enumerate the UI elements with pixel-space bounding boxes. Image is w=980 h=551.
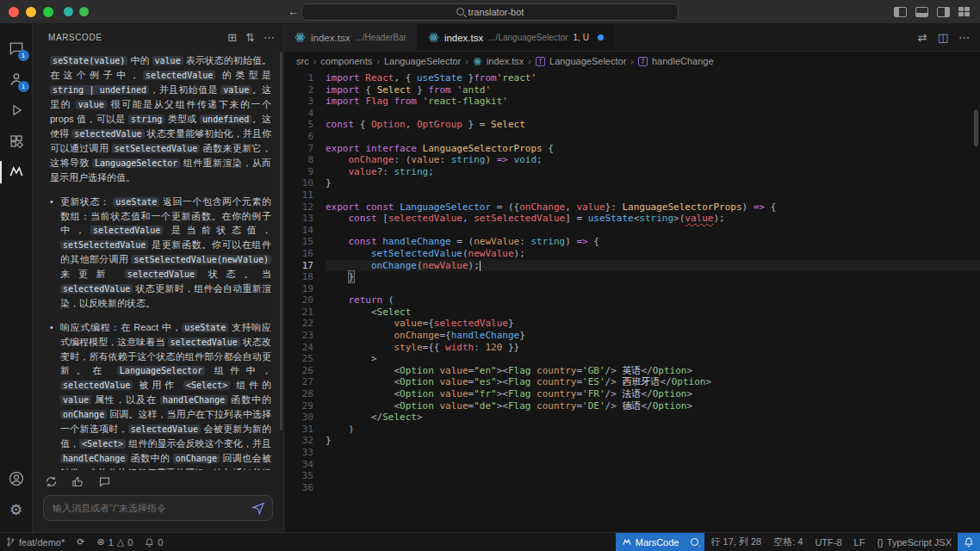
line-number[interactable]: 25: [284, 353, 313, 365]
status-search-item[interactable]: [685, 533, 704, 551]
line-number[interactable]: 3: [284, 96, 313, 108]
line-number[interactable]: 6: [284, 131, 313, 143]
breadcrumb-item-src[interactable]: src: [296, 56, 309, 66]
line-number[interactable]: 33: [284, 447, 313, 459]
maximize-window-button[interactable]: [43, 7, 53, 17]
sidebar-item-assistant[interactable]: 1: [0, 64, 33, 95]
like-icon[interactable]: [71, 475, 84, 488]
send-icon[interactable]: [251, 501, 265, 515]
line-number[interactable]: 11: [284, 189, 313, 201]
line-number[interactable]: 30: [284, 412, 313, 424]
line-number[interactable]: 23: [284, 330, 313, 342]
filter-icon[interactable]: ⇅: [245, 31, 255, 44]
tab-index-languageselector[interactable]: index.tsx .../LanguageSelector 1, U: [418, 24, 615, 51]
code-line[interactable]: }: [326, 177, 980, 189]
code-line[interactable]: export interface LanguageSelectorProps {: [326, 143, 980, 155]
breadcrumb-item-file[interactable]: index.tsx: [487, 56, 524, 66]
line-number[interactable]: 32: [284, 435, 313, 447]
line-number[interactable]: 1: [284, 72, 313, 84]
plugin-status-icon[interactable]: [64, 7, 73, 16]
code-line[interactable]: [326, 447, 980, 459]
code-line[interactable]: <Option value="en"><Flag country='GB'/> …: [326, 365, 980, 377]
line-number[interactable]: 16: [284, 248, 313, 260]
code-line[interactable]: ): [326, 424, 980, 436]
toggle-panel-icon[interactable]: [915, 7, 928, 17]
eol-item[interactable]: LF: [848, 533, 871, 551]
minimize-window-button[interactable]: [26, 7, 36, 17]
more-actions-icon[interactable]: ⋯: [264, 31, 275, 44]
modified-dot-icon[interactable]: [598, 34, 604, 40]
line-number[interactable]: 35: [284, 470, 313, 482]
account-button[interactable]: [0, 463, 33, 494]
editor-more-actions-icon[interactable]: ⋯: [958, 31, 970, 44]
line-number[interactable]: 28: [284, 388, 313, 400]
line-number[interactable]: 9: [284, 166, 313, 178]
code-line[interactable]: export const LanguageSelector = ({onChan…: [326, 201, 980, 214]
command-center-search[interactable]: translator-bot: [301, 3, 679, 21]
line-number[interactable]: 8: [284, 154, 313, 166]
code-line[interactable]: import Flag from 'react-flagkit': [326, 96, 980, 108]
code-line[interactable]: }: [326, 271, 980, 283]
code-line[interactable]: return (: [326, 294, 980, 306]
split-editor-icon[interactable]: ◫: [938, 31, 948, 44]
code-line[interactable]: }: [326, 435, 980, 447]
comment-icon[interactable]: [98, 475, 111, 488]
language-mode-item[interactable]: {} TypeScript JSX: [871, 533, 958, 551]
cursor-position-item[interactable]: 行 17, 列 28: [704, 533, 767, 551]
line-number[interactable]: 10: [284, 177, 313, 189]
toggle-sidebar-right-icon[interactable]: [937, 7, 950, 17]
code-line[interactable]: onChange(newValue);: [326, 260, 980, 272]
chat-scrollbar[interactable]: [280, 52, 282, 430]
code-line[interactable]: setSelectedValue(newValue);: [326, 248, 980, 260]
line-number[interactable]: 7: [284, 143, 313, 155]
notifications-count-item[interactable]: 0: [139, 533, 169, 551]
line-number[interactable]: 19: [284, 283, 313, 295]
encoding-item[interactable]: UTF-8: [809, 533, 847, 551]
line-number[interactable]: 5: [284, 119, 313, 131]
line-number[interactable]: 17: [284, 260, 313, 272]
customize-layout-icon[interactable]: [958, 7, 971, 17]
line-number[interactable]: 12: [284, 201, 313, 214]
line-number[interactable]: 36: [284, 482, 313, 494]
marscode-status-item[interactable]: MarsCode: [616, 533, 685, 551]
code-line[interactable]: const { Option, OptGroup } = Select: [326, 119, 980, 131]
line-number[interactable]: 26: [284, 365, 313, 377]
code-line[interactable]: value?: string;: [326, 166, 980, 178]
code-line[interactable]: [326, 470, 980, 482]
line-number[interactable]: 31: [284, 424, 313, 436]
code-line[interactable]: onChange={handleChange}: [326, 330, 980, 342]
code-line[interactable]: [326, 482, 980, 494]
sync-item[interactable]: ⟳: [71, 533, 90, 551]
line-number[interactable]: 34: [284, 459, 313, 471]
code-line[interactable]: [326, 189, 980, 201]
code-line[interactable]: <Select: [326, 306, 980, 319]
code-line[interactable]: import { Select } from 'antd': [326, 84, 980, 96]
code-line[interactable]: </Select>: [326, 412, 980, 424]
notifications-bell-item[interactable]: [958, 533, 980, 551]
code-line[interactable]: <Option value="fr"><Flag country='FR'/> …: [326, 388, 980, 400]
line-number[interactable]: 13: [284, 213, 313, 225]
breadcrumb-item-components[interactable]: components: [320, 56, 372, 66]
sidebar-item-run-debug[interactable]: [0, 95, 33, 126]
sidebar-item-marscode[interactable]: [0, 157, 33, 188]
sidebar-item-extensions[interactable]: [0, 126, 33, 157]
code-line[interactable]: [326, 459, 980, 471]
code-line[interactable]: value={selectedValue}: [326, 318, 980, 330]
editor-scrollbar[interactable]: [974, 110, 978, 146]
line-number[interactable]: 29: [284, 400, 313, 412]
chat-input[interactable]: [53, 503, 251, 513]
line-number[interactable]: 2: [284, 84, 313, 96]
sidebar-item-chat[interactable]: 1: [0, 33, 33, 64]
line-number[interactable]: 18: [284, 271, 313, 283]
line-number[interactable]: 22: [284, 318, 313, 330]
plugin-status-icon[interactable]: [79, 7, 89, 16]
line-number[interactable]: 15: [284, 236, 313, 248]
code-line[interactable]: <Option value="es"><Flag country='ES'/> …: [326, 376, 980, 388]
breadcrumb-item-symbol-component[interactable]: LanguageSelector: [549, 56, 626, 66]
code-line[interactable]: onChange: (value: string) => void;: [326, 154, 980, 166]
code-line[interactable]: const handleChange = (newValue: string) …: [326, 236, 980, 248]
code-line[interactable]: >: [326, 353, 980, 365]
code-area[interactable]: 1234567891011121314151617181920212223242…: [284, 71, 980, 532]
breadcrumb-item-symbol-function[interactable]: handleChange: [652, 56, 714, 66]
tab-index-headerbar[interactable]: index.tsx .../HeaderBar: [284, 24, 418, 51]
